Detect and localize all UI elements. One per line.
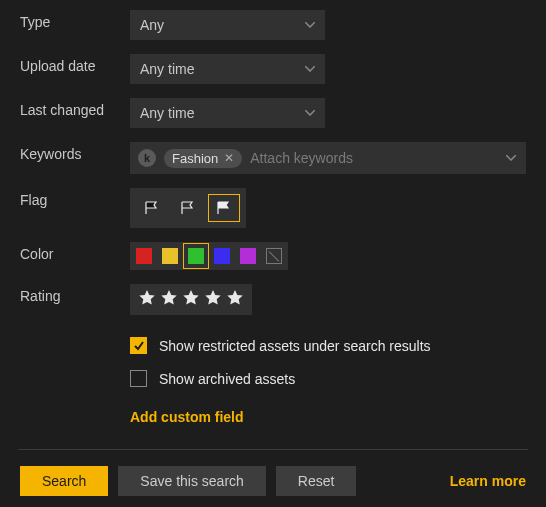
star-3[interactable] bbox=[182, 289, 200, 310]
color-swatch-none[interactable] bbox=[266, 248, 282, 264]
color-group bbox=[130, 242, 288, 270]
star-5[interactable] bbox=[226, 289, 244, 310]
color-swatch-yellow[interactable] bbox=[162, 248, 178, 264]
keywords-badge-icon: k bbox=[138, 149, 156, 167]
type-label: Type bbox=[20, 10, 130, 30]
upload-date-label: Upload date bbox=[20, 54, 130, 74]
archived-label: Show archived assets bbox=[159, 371, 295, 387]
restricted-label: Show restricted assets under search resu… bbox=[159, 338, 431, 354]
flag-white-button[interactable] bbox=[208, 194, 240, 222]
remove-tag-icon[interactable]: ✕ bbox=[224, 151, 234, 165]
star-1[interactable] bbox=[138, 289, 156, 310]
divider bbox=[18, 449, 528, 450]
type-select-value: Any bbox=[140, 17, 164, 33]
color-swatch-purple[interactable] bbox=[240, 248, 256, 264]
color-swatch-green[interactable] bbox=[188, 248, 204, 264]
flag-group bbox=[130, 188, 246, 228]
star-icon bbox=[138, 289, 156, 307]
last-changed-label: Last changed bbox=[20, 98, 130, 118]
color-label: Color bbox=[20, 242, 130, 262]
learn-more-link[interactable]: Learn more bbox=[450, 473, 526, 489]
chevron-down-icon bbox=[506, 155, 516, 161]
star-icon bbox=[182, 289, 200, 307]
chevron-down-icon bbox=[305, 22, 315, 28]
archived-checkbox[interactable] bbox=[130, 370, 147, 387]
upload-date-select[interactable]: Any time bbox=[130, 54, 325, 84]
rating-label: Rating bbox=[20, 284, 130, 304]
flag-label: Flag bbox=[20, 188, 130, 208]
keywords-input[interactable]: k Fashion ✕ Attach keywords bbox=[130, 142, 526, 174]
color-swatch-red[interactable] bbox=[136, 248, 152, 264]
rating-stars bbox=[130, 284, 252, 315]
flag-outline-button[interactable] bbox=[172, 194, 204, 222]
keywords-label: Keywords bbox=[20, 142, 130, 162]
reset-button[interactable]: Reset bbox=[276, 466, 357, 496]
star-2[interactable] bbox=[160, 289, 178, 310]
add-custom-field-link[interactable]: Add custom field bbox=[130, 409, 244, 425]
flag-icon bbox=[216, 200, 232, 216]
chevron-down-icon bbox=[305, 110, 315, 116]
star-icon bbox=[160, 289, 178, 307]
check-icon bbox=[133, 340, 145, 352]
chevron-down-icon bbox=[305, 66, 315, 72]
keyword-tag[interactable]: Fashion ✕ bbox=[164, 149, 242, 168]
search-button[interactable]: Search bbox=[20, 466, 108, 496]
last-changed-value: Any time bbox=[140, 105, 194, 121]
star-4[interactable] bbox=[204, 289, 222, 310]
upload-date-value: Any time bbox=[140, 61, 194, 77]
keywords-placeholder: Attach keywords bbox=[250, 150, 353, 166]
type-select[interactable]: Any bbox=[130, 10, 325, 40]
last-changed-select[interactable]: Any time bbox=[130, 98, 325, 128]
restricted-checkbox[interactable] bbox=[130, 337, 147, 354]
flag-icon bbox=[180, 200, 196, 216]
star-icon bbox=[226, 289, 244, 307]
save-search-button[interactable]: Save this search bbox=[118, 466, 266, 496]
flag-icon bbox=[144, 200, 160, 216]
flag-black-button[interactable] bbox=[136, 194, 168, 222]
star-icon bbox=[204, 289, 222, 307]
keyword-tag-text: Fashion bbox=[172, 151, 218, 166]
color-swatch-blue[interactable] bbox=[214, 248, 230, 264]
